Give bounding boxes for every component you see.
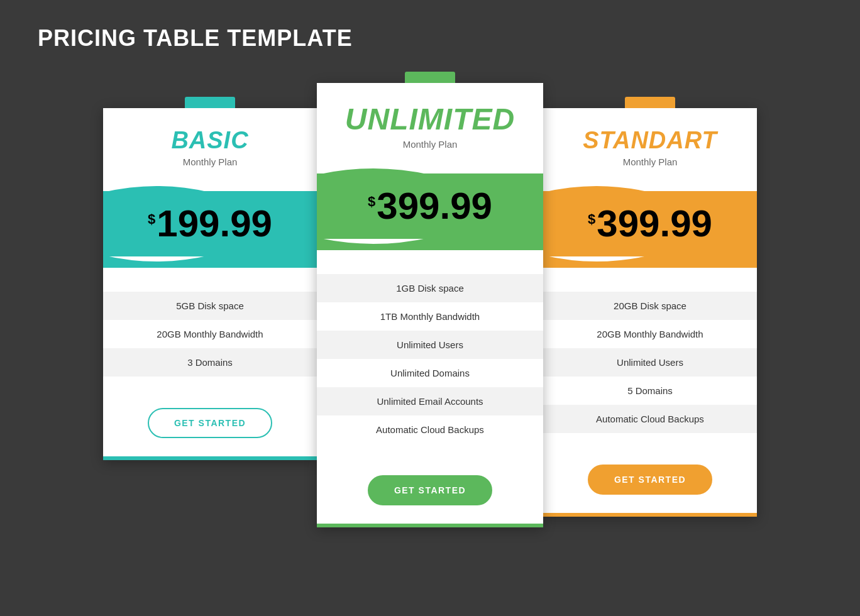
basic-feature-3: 3 Domains bbox=[103, 348, 317, 377]
basic-feature-1: 5GB Disk space bbox=[103, 292, 317, 320]
pricing-container: BASIC Monthly Plan $ 199.99 5GB Disk spa… bbox=[38, 83, 822, 591]
standart-features: 20GB Disk space 20GB Monthly Bandwidth U… bbox=[543, 279, 757, 446]
standart-price-display: $ 399.99 bbox=[543, 199, 757, 249]
unlimited-feature-1: 1GB Disk space bbox=[317, 274, 543, 302]
standart-plan-subtitle: Monthly Plan bbox=[556, 157, 744, 167]
unlimited-plan-subtitle: Monthly Plan bbox=[329, 139, 531, 150]
standart-header: STANDART Monthly Plan bbox=[543, 108, 757, 180]
basic-top-bar bbox=[185, 97, 235, 108]
unlimited-feature-4: Unlimited Domains bbox=[317, 359, 543, 387]
basic-plan-subtitle: Monthly Plan bbox=[116, 157, 304, 167]
standart-feature-2: 20GB Monthly Bandwidth bbox=[543, 320, 757, 348]
unlimited-price-display: $ 399.99 bbox=[317, 181, 543, 231]
basic-wave-top bbox=[103, 180, 317, 192]
standart-button-area: GET STARTED bbox=[543, 446, 757, 517]
standart-plan-name: STANDART bbox=[556, 127, 744, 154]
basic-bottom-bar bbox=[103, 456, 317, 460]
basic-price-display: $ 199.99 bbox=[103, 199, 317, 249]
standart-currency: $ bbox=[588, 211, 595, 228]
standart-top-bar bbox=[625, 97, 675, 108]
basic-features: 5GB Disk space 20GB Monthly Bandwidth 3 … bbox=[103, 279, 317, 389]
unlimited-price-band: $ 399.99 bbox=[317, 173, 543, 239]
unlimited-wave-bottom bbox=[317, 238, 543, 250]
standart-bottom-bar bbox=[543, 513, 757, 517]
standart-price-band: $ 399.99 bbox=[543, 191, 757, 256]
unlimited-price: 399.99 bbox=[377, 187, 492, 225]
unlimited-features: 1GB Disk space 1TB Monthly Bandwidth Unl… bbox=[317, 261, 543, 456]
unlimited-header: UNLIMITED Monthly Plan bbox=[317, 83, 543, 162]
basic-get-started-button[interactable]: GET STARTED bbox=[148, 408, 272, 438]
standart-wave-top bbox=[543, 180, 757, 192]
basic-feature-2: 20GB Monthly Bandwidth bbox=[103, 320, 317, 348]
basic-button-area: GET STARTED bbox=[103, 389, 317, 460]
plan-card-unlimited: UNLIMITED Monthly Plan $ 399.99 1GB Disk… bbox=[317, 83, 543, 527]
standart-feature-4: 5 Domains bbox=[543, 377, 757, 405]
standart-get-started-button[interactable]: GET STARTED bbox=[588, 465, 712, 495]
standart-wave-bottom bbox=[543, 255, 757, 268]
unlimited-get-started-button[interactable]: GET STARTED bbox=[368, 475, 492, 505]
basic-plan-name: BASIC bbox=[116, 127, 304, 154]
plan-card-basic: BASIC Monthly Plan $ 199.99 5GB Disk spa… bbox=[103, 108, 317, 460]
unlimited-bottom-bar bbox=[317, 524, 543, 527]
standart-price: 399.99 bbox=[597, 205, 712, 243]
basic-wave-bottom bbox=[103, 255, 317, 268]
standart-feature-5: Automatic Cloud Backups bbox=[543, 405, 757, 433]
standart-feature-3: Unlimited Users bbox=[543, 348, 757, 377]
unlimited-plan-name: UNLIMITED bbox=[329, 102, 531, 136]
standart-feature-1: 20GB Disk space bbox=[543, 292, 757, 320]
basic-header: BASIC Monthly Plan bbox=[103, 108, 317, 180]
basic-currency: $ bbox=[148, 211, 155, 228]
unlimited-top-bar bbox=[405, 72, 455, 83]
unlimited-button-area: GET STARTED bbox=[317, 456, 543, 527]
unlimited-currency: $ bbox=[368, 194, 375, 210]
basic-price-band: $ 199.99 bbox=[103, 191, 317, 256]
page-title: PRICING TABLE TEMPLATE bbox=[38, 25, 822, 52]
plan-card-standart: STANDART Monthly Plan $ 399.99 20GB Disk… bbox=[543, 108, 757, 517]
unlimited-feature-6: Automatic Cloud Backups bbox=[317, 415, 543, 444]
unlimited-wave-top bbox=[317, 162, 543, 175]
unlimited-feature-2: 1TB Monthly Bandwidth bbox=[317, 302, 543, 331]
basic-price: 199.99 bbox=[157, 205, 272, 243]
unlimited-feature-3: Unlimited Users bbox=[317, 331, 543, 359]
unlimited-feature-5: Unlimited Email Accounts bbox=[317, 387, 543, 415]
